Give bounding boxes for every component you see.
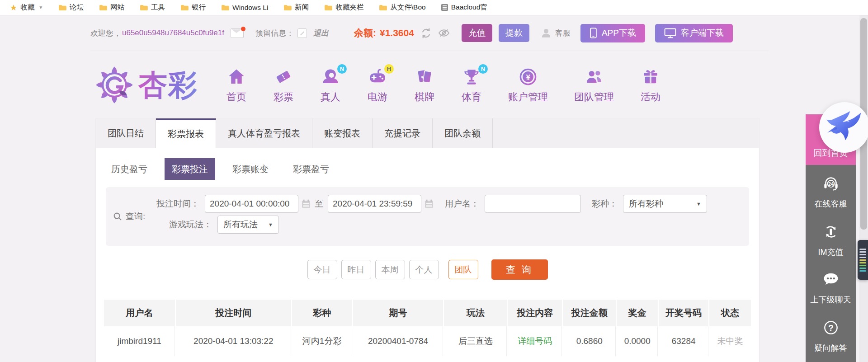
- app-download-button[interactable]: APP下载: [580, 24, 645, 42]
- lottery-type-select[interactable]: 所有彩种 ▼: [623, 195, 707, 213]
- nav-label: 活动: [641, 90, 660, 104]
- time-to-input[interactable]: [328, 195, 421, 213]
- nav-item-team[interactable]: 团队管理: [574, 66, 614, 104]
- logout-link[interactable]: 退出: [313, 28, 329, 38]
- cell-bet-detail-link[interactable]: 详细号码: [508, 326, 563, 356]
- bets-table: 用户名 投注时间 彩种 期号 玩法 投注内容 投注金额 奖金 开奖号码 状态 j…: [104, 300, 751, 356]
- bookmark-folder[interactable]: 工具: [140, 3, 165, 12]
- brand-nav: 杏彩 首页 彩票 N 真人: [95, 53, 661, 117]
- nav-label: 棋牌: [415, 90, 434, 104]
- customer-service-link[interactable]: 客服: [540, 27, 571, 39]
- bookmark-folder[interactable]: 网站: [99, 3, 124, 12]
- online-service-button[interactable]: 24 在线客服: [815, 174, 847, 209]
- updown-chat-button[interactable]: 上下级聊天: [811, 271, 851, 305]
- calendar-icon[interactable]: [424, 199, 434, 209]
- side-toolbar: 24 在线客服 IM充值 上下级聊天 ?: [806, 165, 856, 362]
- nav-item-activity[interactable]: 活动: [640, 66, 661, 104]
- nav-label: 团队管理: [574, 90, 614, 104]
- yesterday-button[interactable]: 昨日: [341, 260, 371, 279]
- edit-icon[interactable]: [297, 28, 307, 38]
- username-input[interactable]: [485, 195, 581, 213]
- query-text: 查询:: [126, 211, 145, 222]
- query-submit-button[interactable]: 查 询: [491, 259, 548, 280]
- play-type-label: 游戏玩法：: [169, 219, 212, 230]
- col-header-status: 状态: [709, 300, 751, 326]
- im-recharge-button[interactable]: IM充值: [818, 222, 844, 258]
- calendar-icon[interactable]: [301, 199, 311, 209]
- tab-live-sports-pl[interactable]: 真人体育盈亏报表: [216, 118, 312, 148]
- scrollbar-track[interactable]: [859, 15, 868, 362]
- bookmark-label: 收藏夹栏: [335, 3, 363, 12]
- divider: [90, 51, 769, 51]
- site-logo[interactable]: 杏彩: [95, 66, 198, 105]
- bookmark-label: 从文件\Boo: [390, 3, 425, 12]
- withdraw-button[interactable]: 提款: [499, 24, 529, 42]
- personal-button[interactable]: 个人: [409, 260, 439, 279]
- nav-item-lottery[interactable]: 彩票: [273, 66, 294, 104]
- folder-icon: [58, 5, 66, 11]
- bookmark-folder[interactable]: 收藏夹栏: [324, 3, 363, 12]
- tab-deposit-withdraw[interactable]: 充提记录: [373, 118, 433, 148]
- bookmark-page[interactable]: Baacloud官: [441, 3, 487, 12]
- sub-tabs: 历史盈亏 彩票投注 彩票账变 彩票盈亏: [104, 158, 759, 180]
- team-button[interactable]: 团队: [448, 260, 478, 279]
- gift-icon: [640, 66, 661, 87]
- subtab-lottery-account[interactable]: 彩票账变: [225, 158, 276, 180]
- app-download-label: APP下载: [602, 27, 636, 39]
- play-type-select[interactable]: 所有玩法 ▼: [217, 216, 279, 234]
- today-button[interactable]: 今日: [307, 260, 337, 279]
- bookmark-label: 网站: [110, 3, 124, 12]
- tab-team-balance[interactable]: 团队余额: [433, 118, 493, 148]
- folder-icon: [324, 5, 332, 11]
- time-from-input[interactable]: [205, 195, 298, 213]
- bet-time-label: 投注时间：: [156, 198, 199, 210]
- recharge-button[interactable]: 充值: [462, 24, 492, 42]
- form-row-1: 投注时间： 至 用户名： 彩种： 所有彩种 ▼: [156, 195, 707, 213]
- phone-icon: [590, 27, 597, 39]
- col-header-draw-number: 开奖号码: [659, 300, 709, 326]
- chevron-down-icon: ▼: [696, 201, 701, 207]
- folder-icon: [99, 5, 107, 11]
- faq-button[interactable]: ? 疑问解答: [815, 318, 847, 353]
- col-header-issue: 期号: [353, 300, 444, 326]
- nav-item-live[interactable]: N 真人: [320, 66, 341, 104]
- chevron-down-icon: ▼: [38, 5, 43, 10]
- nav-item-account[interactable]: ¥ 账户管理: [508, 66, 548, 104]
- bookmark-folder[interactable]: 论坛: [58, 3, 84, 12]
- tab-account-change[interactable]: 账变报表: [312, 118, 373, 148]
- nav-item-cards[interactable]: 棋牌: [414, 66, 435, 104]
- tab-lottery-report[interactable]: 彩票报表: [156, 118, 216, 148]
- brand-name: 杏彩: [138, 66, 198, 105]
- badge-n: N: [478, 64, 488, 74]
- col-header-play: 玩法: [444, 300, 508, 326]
- bookmark-folder[interactable]: 银行: [180, 3, 206, 12]
- hummingbird-icon: [825, 108, 864, 147]
- col-header-bet-content: 投注内容: [508, 300, 563, 326]
- subtab-history-pl[interactable]: 历史盈亏: [104, 158, 155, 180]
- eye-slash-icon[interactable]: [438, 28, 450, 38]
- refresh-balance-icon[interactable]: [420, 28, 432, 39]
- bookmark-folder[interactable]: Windows Li: [221, 4, 268, 12]
- nav-item-home[interactable]: 首页: [226, 66, 247, 104]
- headset-24-icon: 24: [821, 174, 840, 193]
- cell-lottery: 河内1分彩: [292, 326, 353, 356]
- thunder-dock-widget[interactable]: [858, 240, 868, 280]
- this-week-button[interactable]: 本周: [375, 260, 405, 279]
- client-download-button[interactable]: 客户端下载: [655, 24, 733, 42]
- bookmark-favorites[interactable]: ★ 收藏 ▼: [10, 3, 43, 12]
- bookmark-folder[interactable]: 从文件\Boo: [379, 3, 425, 12]
- main-nav: 首页 彩票 N 真人 H 电游: [226, 66, 661, 104]
- balance-value: ¥1.3604: [380, 28, 414, 38]
- thunder-bird-float-button[interactable]: [819, 102, 868, 153]
- subtab-lottery-bets[interactable]: 彩票投注: [165, 158, 215, 180]
- nav-item-sports[interactable]: N 体育: [461, 66, 482, 104]
- cell-prize: 0.0000: [617, 326, 659, 356]
- subtab-lottery-pl[interactable]: 彩票盈亏: [286, 158, 336, 180]
- folder-icon: [221, 5, 229, 11]
- bookmark-folder[interactable]: 新闻: [283, 3, 309, 12]
- tab-team-daily[interactable]: 团队日结: [96, 118, 156, 148]
- chat-icon: [821, 271, 841, 289]
- nav-item-egames[interactable]: H 电游: [367, 66, 388, 104]
- play-type-value: 所有玩法: [223, 219, 258, 230]
- mail-icon[interactable]: [231, 28, 244, 38]
